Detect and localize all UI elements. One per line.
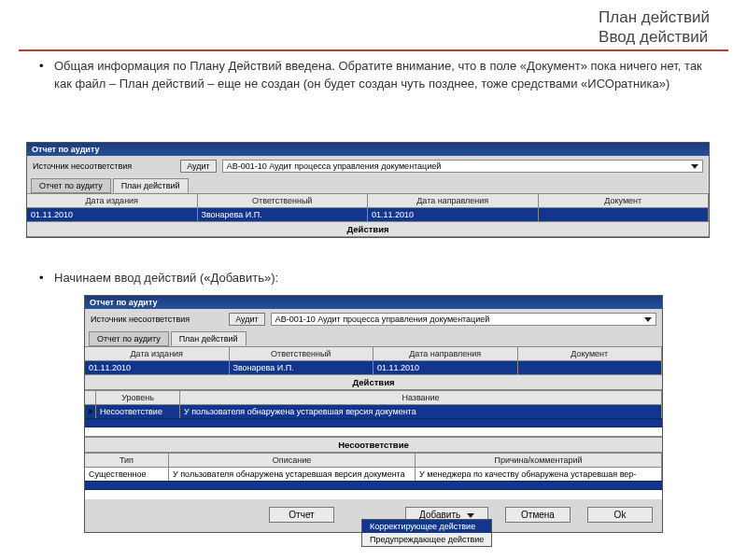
tab-report[interactable]: Отчет по аудиту bbox=[31, 178, 111, 193]
grid-header: Дата издания Ответственный Дата направле… bbox=[27, 193, 709, 208]
app-window-2: Отчет по аудиту Источник несоответствия … bbox=[84, 295, 663, 533]
col-level: Уровень bbox=[96, 391, 180, 404]
tabs: Отчет по аудиту План действий bbox=[27, 178, 709, 193]
source-label: Источник несоответствия bbox=[33, 161, 132, 171]
col-title: Название bbox=[180, 391, 662, 404]
divider bbox=[19, 49, 728, 51]
col-responsible-2: Ответственный bbox=[230, 347, 374, 360]
bullet-2: Начинаем ввод действий («Добавить»): bbox=[39, 271, 710, 285]
window-title-2: Отчет по аудиту bbox=[85, 296, 662, 309]
cell-date-sent-2: 01.11.2010 bbox=[374, 361, 518, 374]
slide-title-line1: План действий bbox=[599, 7, 710, 27]
source-label-2: Источник несоответствия bbox=[91, 315, 190, 324]
audit-select-value: АВ-001-10 Аудит процесса управления доку… bbox=[227, 161, 442, 171]
chevron-down-icon bbox=[644, 317, 652, 322]
cell-document-2 bbox=[518, 361, 663, 374]
row-marker-icon bbox=[85, 405, 96, 418]
audit-button[interactable]: Аудит bbox=[180, 160, 217, 173]
menu-corrective[interactable]: Корректирующее действие bbox=[362, 520, 491, 533]
tab-plan[interactable]: План действий bbox=[113, 178, 189, 193]
nc-col-reason: Причина/комментарий bbox=[416, 454, 662, 467]
nc-cell-reason: У менеджера по качеству обнаружена устар… bbox=[416, 468, 662, 481]
nc-row[interactable]: Существенное У пользователя обнаружена у… bbox=[85, 468, 662, 481]
col-date-issue: Дата издания bbox=[27, 194, 198, 207]
tabs-2: Отчет по аудиту План действий bbox=[85, 331, 662, 346]
app-window-1: Отчет по аудиту Источник несоответствия … bbox=[26, 142, 710, 238]
cell-date-sent: 01.11.2010 bbox=[368, 208, 539, 221]
section-actions-2: Действия bbox=[85, 374, 662, 390]
grid-row-selected[interactable]: 01.11.2010 Звонарева И.П. 01.11.2010 bbox=[27, 208, 709, 221]
section-nonconformity: Несоответствие bbox=[85, 437, 662, 453]
audit-select[interactable]: АВ-001-10 Аудит процесса управления доку… bbox=[222, 160, 703, 173]
col-date-sent: Дата направления bbox=[368, 194, 539, 207]
nc-cell-type: Существенное bbox=[85, 468, 169, 481]
dark-strip-2 bbox=[85, 481, 662, 490]
empty-row-2 bbox=[85, 490, 662, 499]
actions-header: Уровень Название bbox=[85, 390, 662, 405]
body-text-1: Общая информация по Плану Действий введе… bbox=[39, 58, 710, 93]
section-actions: Действия bbox=[27, 221, 709, 237]
chevron-down-icon bbox=[467, 513, 474, 518]
chevron-down-icon bbox=[691, 164, 698, 169]
cancel-button[interactable]: Отмена bbox=[505, 507, 571, 523]
nc-header: Тип Описание Причина/комментарий bbox=[85, 453, 662, 468]
audit-select-2[interactable]: АВ-001-10 Аудит процесса управления доку… bbox=[271, 313, 656, 326]
ok-button[interactable]: Ok bbox=[587, 507, 653, 523]
nc-col-desc: Описание bbox=[169, 454, 416, 467]
audit-button-2[interactable]: Аудит bbox=[229, 313, 265, 326]
cell-responsible-2: Звонарева И.П. bbox=[230, 361, 374, 374]
source-row: Источник несоответствия Аудит АВ-001-10 … bbox=[27, 156, 709, 176]
tab-report-2[interactable]: Отчет по аудиту bbox=[89, 331, 169, 346]
slide-title-line2: Ввод действий bbox=[599, 27, 710, 47]
grid-header-2: Дата издания Ответственный Дата направле… bbox=[85, 346, 662, 361]
report-button[interactable]: Отчет bbox=[269, 507, 334, 523]
empty-row bbox=[85, 427, 662, 437]
source-row-2: Источник несоответствия Аудит АВ-001-10 … bbox=[85, 309, 662, 329]
cell-date-issue-2: 01.11.2010 bbox=[85, 361, 230, 374]
cell-title: У пользователя обнаружена устаревшая вер… bbox=[180, 405, 662, 418]
col-document: Документ bbox=[539, 194, 710, 207]
slide-title: План действий Ввод действий bbox=[599, 7, 710, 48]
grid-row-selected-2[interactable]: 01.11.2010 Звонарева И.П. 01.11.2010 bbox=[85, 361, 662, 374]
add-dropdown[interactable]: Корректирующее действие Предупреждающее … bbox=[361, 519, 492, 547]
col-document-2: Документ bbox=[518, 347, 663, 360]
nc-cell-desc: У пользователя обнаружена устаревшая вер… bbox=[169, 468, 416, 481]
dark-strip-1 bbox=[85, 418, 662, 427]
actions-row[interactable]: Несоответствие У пользователя обнаружена… bbox=[85, 405, 662, 418]
cell-responsible: Звонарева И.П. bbox=[198, 208, 369, 221]
cell-level: Несоответствие bbox=[96, 405, 180, 418]
row-marker-head bbox=[85, 391, 96, 404]
cell-document bbox=[539, 208, 710, 221]
audit-select-value-2: АВ-001-10 Аудит процесса управления доку… bbox=[275, 315, 490, 324]
window-title: Отчет по аудиту bbox=[27, 143, 709, 156]
body-text-2: Начинаем ввод действий («Добавить»): bbox=[39, 271, 710, 285]
col-date-issue-2: Дата издания bbox=[85, 347, 230, 360]
col-responsible: Ответственный bbox=[198, 194, 369, 207]
menu-preventive[interactable]: Предупреждающее действие bbox=[362, 533, 491, 546]
cell-date-issue: 01.11.2010 bbox=[27, 208, 198, 221]
nc-col-type: Тип bbox=[85, 454, 169, 467]
col-date-sent-2: Дата направления bbox=[374, 347, 518, 360]
bullet-1: Общая информация по Плану Действий введе… bbox=[39, 58, 710, 93]
tab-plan-2[interactable]: План действий bbox=[171, 331, 247, 346]
